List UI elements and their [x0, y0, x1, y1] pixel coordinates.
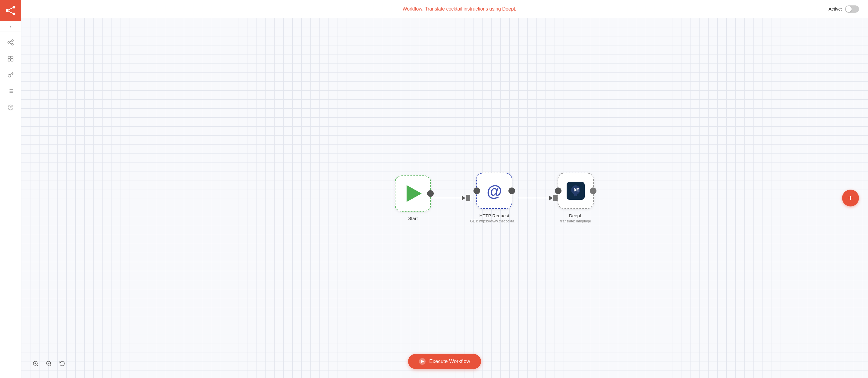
svg-point-1 [12, 6, 16, 9]
svg-point-0 [5, 9, 8, 12]
canvas-area: + Start @ [21, 18, 868, 378]
sidebar-item-workflows[interactable] [3, 35, 18, 50]
http-at-icon: @ [487, 182, 502, 200]
workflow-title: Workflow: Translate cocktail instruction… [403, 6, 517, 12]
svg-line-24 [37, 365, 38, 366]
add-node-button[interactable]: + [842, 190, 859, 206]
deepl-label: DeepL [569, 213, 582, 218]
workflow-canvas: Start @ HTTP Request GET: https://www.th… [395, 173, 594, 223]
reset-zoom-button[interactable] [57, 358, 67, 369]
svg-line-8 [9, 41, 12, 42]
sidebar-toggle[interactable]: › [0, 21, 21, 32]
deepl-logo-icon [567, 182, 585, 200]
active-toggle[interactable] [845, 5, 859, 13]
zoom-out-button[interactable] [43, 358, 54, 369]
conn-arrow-2 [549, 196, 553, 200]
zoom-controls [30, 358, 67, 369]
sidebar: › [0, 0, 21, 378]
svg-line-9 [9, 43, 12, 44]
active-label: Active: [829, 6, 842, 11]
conn-line-2 [518, 198, 549, 198]
sidebar-item-credentials[interactable] [3, 67, 18, 82]
svg-rect-11 [10, 56, 13, 58]
http-output-connector[interactable] [508, 187, 515, 194]
http-input-connector[interactable] [473, 187, 480, 194]
connection-1 [431, 194, 470, 203]
plus-icon: + [848, 193, 853, 203]
start-label: Start [408, 216, 418, 221]
conn-line-1 [431, 198, 461, 198]
chevron-right-icon: › [10, 24, 11, 29]
active-toggle-area: Active: [829, 5, 859, 13]
start-play-icon [407, 185, 422, 202]
title-prefix: Workflow: [403, 6, 424, 11]
http-sublabel: GET: https://www.thecocktaildb... [470, 219, 518, 223]
node-start[interactable]: Start [395, 175, 431, 221]
svg-point-5 [7, 41, 9, 43]
node-deepl-box[interactable] [558, 173, 594, 209]
svg-line-4 [8, 11, 13, 13]
bottom-toolbar: Execute Workflow [21, 354, 868, 369]
execute-triangle [421, 359, 424, 363]
deepl-input-connector[interactable] [555, 187, 561, 194]
svg-rect-12 [8, 59, 10, 61]
conn-rect-2 [553, 195, 558, 201]
zoom-in-button[interactable] [30, 358, 41, 369]
connection-2 [518, 194, 558, 203]
svg-rect-13 [10, 59, 13, 61]
main-content: Workflow: Translate cocktail instruction… [21, 0, 868, 378]
execute-play-icon [419, 358, 426, 365]
toggle-knob [846, 6, 852, 12]
node-http-box[interactable]: @ [476, 173, 513, 209]
deepl-sublabel: translate: language [560, 219, 591, 223]
sidebar-item-nodes[interactable] [3, 51, 18, 66]
execute-workflow-button[interactable]: Execute Workflow [408, 354, 481, 369]
title-name: Translate cocktail instructions using De… [425, 6, 517, 11]
conn-arrow-1 [462, 196, 465, 200]
sidebar-item-help[interactable] [3, 100, 18, 115]
node-deepl[interactable]: DeepL translate: language [558, 173, 594, 223]
deepl-output-connector[interactable] [590, 187, 596, 194]
svg-rect-10 [8, 56, 10, 58]
http-label: HTTP Request [479, 213, 509, 218]
node-http-request[interactable]: @ HTTP Request GET: https://www.thecockt… [470, 173, 518, 223]
execute-label: Execute Workflow [429, 358, 470, 365]
svg-line-28 [50, 365, 51, 366]
sidebar-item-executions[interactable] [3, 84, 18, 99]
header: Workflow: Translate cocktail instruction… [21, 0, 868, 18]
node-start-box[interactable] [395, 175, 431, 212]
sidebar-nav [0, 32, 21, 118]
svg-point-2 [12, 13, 16, 15]
app-logo[interactable] [0, 0, 21, 21]
conn-rect-1 [466, 195, 470, 201]
svg-line-3 [8, 8, 13, 10]
